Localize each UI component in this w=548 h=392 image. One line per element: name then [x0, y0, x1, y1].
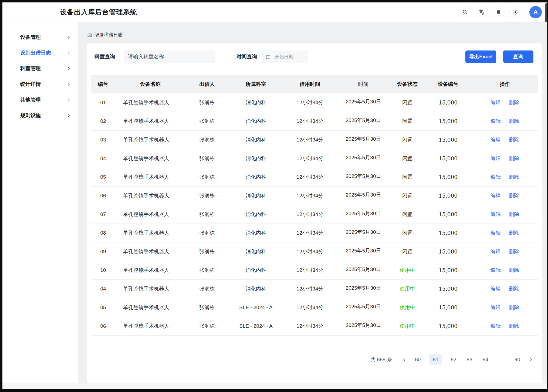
pagination-page[interactable]: 51: [429, 354, 442, 365]
table-body: 01 单孔腔镜手术机器人 张润栋 消化内科 12小时34分 2025年5月30日…: [91, 93, 538, 336]
cell-device-name: 单孔腔镜手术机器人: [116, 192, 185, 199]
cell-date: 2025年5月30日: [337, 322, 390, 329]
table-row: 03 单孔腔镜手术机器人 张润栋 消化内科 12小时34分 2025年5月30日…: [91, 131, 538, 149]
table-column-header: 出借人: [185, 81, 229, 88]
sidebar-item[interactable]: 其他管理: [2, 92, 78, 108]
translate-icon: 文 A: [479, 9, 485, 15]
cell-device-name: 单孔腔镜手术机器人: [116, 211, 185, 218]
table-row: 07 单孔腔镜手术机器人 张润栋 消化内科 12小时34分 2025年5月30日…: [91, 205, 538, 224]
cell-borrow-duration: 12小时34分: [283, 192, 337, 199]
sidebar-item[interactable]: 统计详情: [2, 76, 78, 92]
table-row: 01 单孔腔镜手术机器人 张润栋 消化内科 12小时34分 2025年5月30日…: [91, 93, 538, 112]
pagination-page[interactable]: 90: [513, 354, 522, 365]
sidebar: 设备管理 设别出借日志 科室管理 统计详情 其他管理 规则设施: [2, 22, 78, 383]
start-date-picker[interactable]: 开始日期: [262, 50, 308, 63]
delete-link[interactable]: 删除: [509, 304, 519, 311]
translate-button[interactable]: 文 A: [476, 6, 488, 18]
edit-link[interactable]: 编辑: [491, 136, 501, 143]
delete-link[interactable]: 删除: [509, 155, 519, 162]
edit-link[interactable]: 编辑: [491, 323, 501, 330]
cell-id: 07: [91, 211, 116, 217]
delete-link[interactable]: 删除: [509, 174, 519, 181]
cell-date: 2025年5月30日: [337, 285, 390, 292]
cell-borrower: 张润栋: [185, 118, 229, 125]
edit-link[interactable]: 编辑: [491, 192, 501, 199]
cell-actions: 编辑 删除: [471, 99, 538, 106]
delete-link[interactable]: 删除: [509, 136, 519, 143]
cell-borrow-duration: 12小时34分: [283, 267, 337, 274]
cell-date: 2025年5月30日: [337, 247, 390, 254]
pagination-page[interactable]: 53: [465, 354, 474, 365]
sidebar-item[interactable]: 设备管理: [2, 29, 78, 45]
table-row: 04 单孔腔镜手术机器人 张润栋 消化内科 12小时34分 2025年5月30日…: [91, 280, 538, 298]
cell-device-name: 单孔腔镜手术机器人: [116, 248, 185, 255]
header-icons: 文 A: [459, 6, 542, 18]
edit-link[interactable]: 编辑: [491, 118, 501, 125]
cell-device-name: 单孔腔镜手术机器人: [116, 285, 185, 292]
delete-link[interactable]: 删除: [509, 211, 519, 218]
edit-link[interactable]: 编辑: [491, 285, 501, 292]
status-badge: 闲置: [390, 174, 425, 181]
sidebar-item-label: 其他管理: [20, 96, 41, 103]
cell-department: 消化内科: [229, 248, 283, 255]
status-badge: 闲置: [390, 136, 425, 143]
cell-actions: 编辑 删除: [471, 229, 538, 236]
edit-link[interactable]: 编辑: [491, 211, 501, 218]
scrollbar-thumb[interactable]: [545, 3, 547, 22]
delete-link[interactable]: 删除: [509, 285, 519, 292]
edit-link[interactable]: 编辑: [491, 267, 501, 274]
cell-device-name: 单孔腔镜手术机器人: [116, 174, 185, 181]
breadcrumb-label: 设备出借日志: [95, 32, 123, 38]
bottom-strip: [2, 383, 547, 389]
pagination-page[interactable]: 52: [449, 354, 458, 365]
status-badge: 闲置: [390, 99, 425, 106]
delete-link[interactable]: 删除: [509, 229, 519, 236]
delete-link[interactable]: 删除: [509, 192, 519, 199]
status-badge: 闲置: [390, 155, 425, 162]
edit-link[interactable]: 编辑: [491, 174, 501, 181]
cell-actions: 编辑 删除: [471, 323, 538, 330]
dept-search-input[interactable]: [124, 50, 215, 63]
table-row: 06 单孔腔镜手术机器人 张润栋 消化内科 12小时34分 2025年5月30日…: [91, 187, 538, 205]
cell-actions: 编辑 删除: [471, 267, 538, 274]
table-row: 08 单孔腔镜手术机器人 张润栋 消化内科 12小时34分 2025年5月30日…: [91, 224, 538, 242]
edit-link[interactable]: 编辑: [491, 229, 501, 236]
delete-link[interactable]: 删除: [509, 99, 519, 106]
delete-link[interactable]: 删除: [509, 248, 519, 255]
next-page-button[interactable]: [529, 358, 533, 362]
edit-link[interactable]: 编辑: [491, 99, 501, 106]
edit-link[interactable]: 编辑: [491, 155, 501, 162]
pagination-page[interactable]: 50: [413, 354, 422, 365]
sidebar-item[interactable]: 规则设施: [2, 108, 78, 123]
edit-link[interactable]: 编辑: [491, 248, 501, 255]
cell-device-number: 15,000: [425, 248, 471, 255]
notification-button[interactable]: [493, 6, 505, 18]
edit-link[interactable]: 编辑: [491, 304, 501, 311]
scrollbar-track[interactable]: [542, 22, 547, 383]
sidebar-item-label: 科室管理: [20, 65, 41, 72]
prev-page-button[interactable]: [402, 358, 406, 362]
search-button[interactable]: [459, 6, 471, 18]
cell-date: 2025年5月30日: [337, 117, 390, 124]
time-query-label: 时间查询: [236, 53, 257, 60]
cell-department: 消化内科: [229, 99, 283, 106]
cell-borrower: 张润栋: [185, 99, 229, 106]
table-row: 09 单孔腔镜手术机器人 张润栋 消化内科 12小时34分 2025年5月30日…: [91, 242, 538, 261]
cell-actions: 编辑 删除: [471, 248, 538, 255]
sidebar-item[interactable]: 科室管理: [2, 61, 78, 76]
cell-department: 消化内科: [229, 174, 283, 181]
export-excel-button[interactable]: 导出Excel: [465, 50, 496, 63]
cell-device-number: 15,000: [425, 137, 471, 143]
brightness-button[interactable]: [509, 6, 521, 18]
delete-link[interactable]: 删除: [509, 267, 519, 274]
pagination-page[interactable]: 54: [481, 354, 490, 365]
user-avatar[interactable]: A: [529, 6, 542, 18]
sidebar-item[interactable]: 设别出借日志: [2, 45, 78, 61]
cell-id: 05: [91, 305, 116, 310]
query-button[interactable]: 查询: [503, 50, 533, 63]
chevron-right-icon: [67, 98, 71, 102]
delete-link[interactable]: 删除: [509, 323, 519, 330]
table-column-header: 时间: [337, 81, 390, 88]
delete-link[interactable]: 删除: [509, 118, 519, 125]
cell-borrower: 张润栋: [185, 174, 229, 181]
